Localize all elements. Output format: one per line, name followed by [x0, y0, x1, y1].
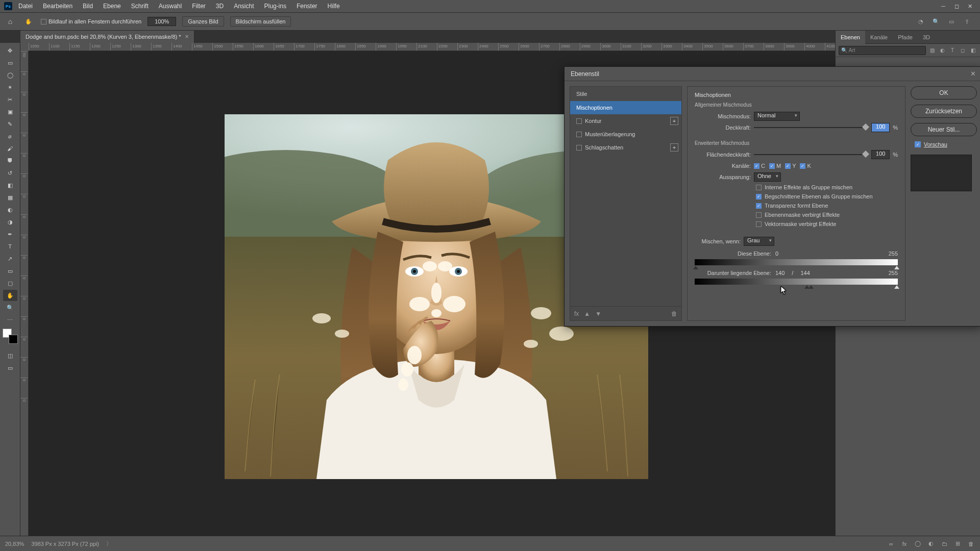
- trash-icon[interactable]: 🗑: [671, 310, 677, 317]
- frame-tool-icon[interactable]: ▣: [3, 106, 17, 117]
- hand-tool-icon[interactable]: ✋: [3, 290, 17, 301]
- filter-adjust-icon[interactable]: ◐: [938, 46, 946, 55]
- cloud-icon[interactable]: ◔: [916, 16, 926, 27]
- edit-toolbar-icon[interactable]: ⋯: [3, 314, 17, 325]
- menu-image[interactable]: Bild: [79, 3, 97, 10]
- underlying-gradient[interactable]: [695, 279, 898, 285]
- layermask-hides-checkbox[interactable]: Ebenenmaske verbirgt Effekte: [756, 210, 898, 219]
- filter-type-icon[interactable]: T: [948, 46, 957, 55]
- dodge-tool-icon[interactable]: ◑: [3, 216, 17, 228]
- menu-view[interactable]: Ansicht: [230, 3, 258, 10]
- tab-paths[interactable]: Pfade: [893, 31, 918, 44]
- this-layer-gradient[interactable]: [695, 259, 898, 265]
- vectormask-hides-checkbox[interactable]: Vektormaske verbirgt Effekte: [756, 219, 898, 229]
- opacity-input[interactable]: 100: [871, 123, 890, 132]
- styles-item-blending[interactable]: Mischoptionen: [570, 101, 681, 114]
- menu-plugins[interactable]: Plug-ins: [260, 3, 290, 10]
- tab-layers[interactable]: Ebenen: [836, 31, 865, 44]
- blendif-select[interactable]: Grau: [744, 237, 774, 246]
- artboard-tool-icon[interactable]: ▢: [3, 278, 17, 289]
- layer-search-input[interactable]: 🔍 Art: [839, 46, 926, 55]
- gradient-tool-icon[interactable]: ▦: [3, 192, 17, 203]
- channel-y-checkbox[interactable]: ✓Y: [785, 163, 796, 169]
- zoom-input[interactable]: 100%: [148, 17, 176, 26]
- screenmode-icon[interactable]: ▭: [3, 362, 17, 373]
- brush-tool-icon[interactable]: 🖌: [3, 143, 17, 154]
- mask-icon[interactable]: ◯: [914, 540, 922, 548]
- zoom-tool-icon[interactable]: 🔍: [3, 302, 17, 313]
- maximize-icon[interactable]: ◻: [950, 2, 963, 11]
- color-swatches[interactable]: [3, 329, 18, 344]
- delete-layer-icon[interactable]: 🗑: [967, 540, 975, 548]
- menu-layer[interactable]: Ebene: [99, 3, 125, 10]
- channel-k-checkbox[interactable]: ✓K: [800, 163, 811, 169]
- search-icon[interactable]: 🔍: [931, 16, 941, 27]
- filter-image-icon[interactable]: ▨: [928, 46, 936, 55]
- eyedropper-tool-icon[interactable]: ✎: [3, 118, 17, 130]
- add-shadow-icon[interactable]: +: [670, 143, 678, 152]
- styles-item-pattern[interactable]: Musterüberlagerung: [570, 128, 681, 141]
- fill-opacity-slider[interactable]: [754, 151, 868, 158]
- menu-3d[interactable]: 3D: [212, 3, 228, 10]
- fx-icon[interactable]: fx: [574, 310, 579, 317]
- close-window-icon[interactable]: ✕: [964, 2, 976, 11]
- blend-interior-checkbox[interactable]: Interne Effekte als Gruppe mischen: [756, 183, 898, 192]
- lasso-tool-icon[interactable]: ◯: [3, 69, 17, 81]
- pen-tool-icon[interactable]: ✒: [3, 229, 17, 240]
- minimize-icon[interactable]: ─: [937, 2, 949, 11]
- up-icon[interactable]: ▲: [584, 310, 590, 317]
- hand-tool-icon[interactable]: ✋: [22, 15, 35, 28]
- quickmask-icon[interactable]: ◫: [3, 350, 17, 361]
- marquee-tool-icon[interactable]: ▭: [3, 57, 17, 68]
- history-brush-icon[interactable]: ↺: [3, 167, 17, 179]
- cancel-button[interactable]: Zurücksetzen: [911, 105, 977, 118]
- share-icon[interactable]: ⇪: [962, 16, 972, 27]
- fx-footer-icon[interactable]: fx: [900, 540, 909, 548]
- channel-c-checkbox[interactable]: ✓C: [754, 163, 765, 169]
- styles-item-shadow[interactable]: Schlagschatten+: [570, 141, 681, 154]
- dialog-titlebar[interactable]: Ebenenstil ✕: [565, 67, 980, 81]
- workspace-icon[interactable]: ▭: [946, 16, 957, 27]
- add-stroke-icon[interactable]: +: [670, 117, 678, 125]
- down-icon[interactable]: ▼: [595, 310, 601, 317]
- crop-tool-icon[interactable]: ✂: [3, 94, 17, 105]
- rect-tool-icon[interactable]: ▭: [3, 265, 17, 277]
- heal-tool-icon[interactable]: ⌀: [3, 131, 17, 142]
- blend-clipped-checkbox[interactable]: ✓Begschnittene Ebenen als Gruppe mischen: [756, 192, 898, 201]
- filter-smart-icon[interactable]: ◧: [969, 46, 977, 55]
- adjustment-icon[interactable]: ◐: [927, 540, 935, 548]
- preview-checkbox[interactable]: ✓Vorschau: [911, 141, 977, 147]
- menu-select[interactable]: Auswahl: [155, 3, 186, 10]
- eraser-tool-icon[interactable]: ◧: [3, 180, 17, 191]
- dialog-close-icon[interactable]: ✕: [970, 70, 976, 78]
- filter-shape-icon[interactable]: ◻: [959, 46, 967, 55]
- status-flyout-icon[interactable]: 〉: [106, 540, 112, 547]
- transparency-shapes-checkbox[interactable]: ✓Transparenz formt Ebene: [756, 201, 898, 210]
- wand-tool-icon[interactable]: ✶: [3, 82, 17, 93]
- new-layer-icon[interactable]: ⊞: [953, 540, 962, 548]
- ok-button[interactable]: OK: [911, 86, 977, 99]
- fill-opacity-input[interactable]: 100: [871, 150, 890, 159]
- type-tool-icon[interactable]: T: [3, 241, 17, 252]
- document-tab[interactable]: Dodge and burn.psdc bei 20,8% (Kurven 3,…: [20, 31, 194, 43]
- stamp-tool-icon[interactable]: ⛊: [3, 155, 17, 166]
- fill-screen-button[interactable]: Bildschirm ausfüllen: [230, 16, 291, 27]
- tab-3d[interactable]: 3D: [918, 31, 935, 44]
- menu-window[interactable]: Fenster: [292, 3, 322, 10]
- fit-button[interactable]: Ganzes Bild: [182, 16, 224, 27]
- menu-type[interactable]: Schrift: [127, 3, 153, 10]
- blur-tool-icon[interactable]: ◐: [3, 204, 17, 215]
- styles-item-stroke[interactable]: Kontur+: [570, 114, 681, 128]
- knockout-select[interactable]: Ohne: [754, 172, 781, 182]
- tab-channels[interactable]: Kanäle: [865, 31, 893, 44]
- path-tool-icon[interactable]: ↗: [3, 253, 17, 264]
- status-zoom[interactable]: 20,83%: [5, 541, 24, 547]
- menu-filter[interactable]: Filter: [188, 3, 210, 10]
- close-tab-icon[interactable]: ×: [185, 33, 189, 40]
- menu-edit[interactable]: Bearbeiten: [39, 3, 77, 10]
- opacity-slider[interactable]: [754, 124, 868, 131]
- new-style-button[interactable]: Neuer Stil...: [911, 123, 977, 136]
- menu-help[interactable]: Hilfe: [324, 3, 344, 10]
- channel-m-checkbox[interactable]: ✓M: [769, 163, 781, 169]
- folder-icon[interactable]: 🗀: [940, 540, 948, 548]
